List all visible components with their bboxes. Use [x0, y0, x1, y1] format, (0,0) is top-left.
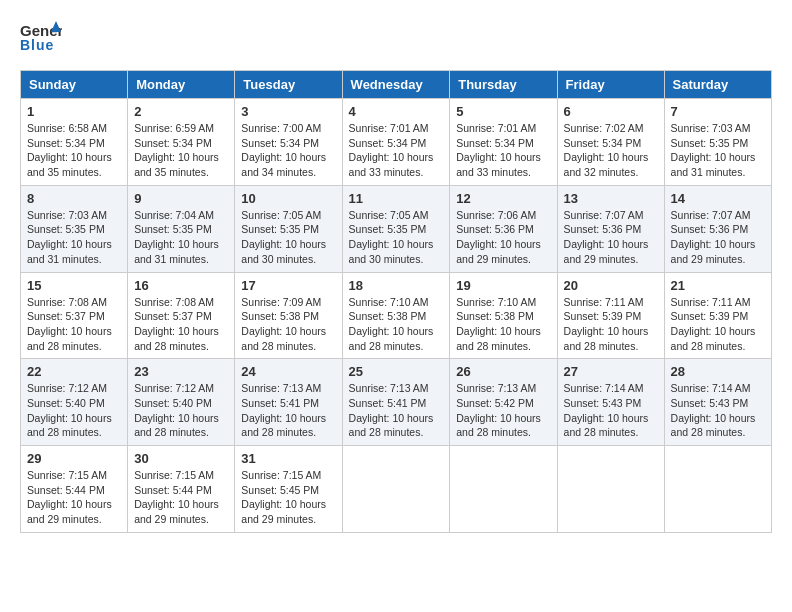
day-info: Sunrise: 7:06 AMSunset: 5:36 PMDaylight:…: [456, 208, 550, 267]
day-info: Sunrise: 7:15 AMSunset: 5:44 PMDaylight:…: [134, 468, 228, 527]
logo: General Blue: [20, 20, 66, 60]
day-info: Sunrise: 7:08 AMSunset: 5:37 PMDaylight:…: [134, 295, 228, 354]
day-info: Sunrise: 7:13 AMSunset: 5:42 PMDaylight:…: [456, 381, 550, 440]
svg-text:Blue: Blue: [20, 37, 54, 53]
day-number: 11: [349, 191, 444, 206]
day-number: 5: [456, 104, 550, 119]
calendar-cell: 6Sunrise: 7:02 AMSunset: 5:34 PMDaylight…: [557, 99, 664, 186]
day-number: 2: [134, 104, 228, 119]
calendar-cell: 21Sunrise: 7:11 AMSunset: 5:39 PMDayligh…: [664, 272, 771, 359]
calendar-cell: 23Sunrise: 7:12 AMSunset: 5:40 PMDayligh…: [128, 359, 235, 446]
day-number: 1: [27, 104, 121, 119]
day-number: 8: [27, 191, 121, 206]
day-info: Sunrise: 6:58 AMSunset: 5:34 PMDaylight:…: [27, 121, 121, 180]
day-info: Sunrise: 7:05 AMSunset: 5:35 PMDaylight:…: [349, 208, 444, 267]
calendar-cell: 18Sunrise: 7:10 AMSunset: 5:38 PMDayligh…: [342, 272, 450, 359]
day-number: 30: [134, 451, 228, 466]
day-info: Sunrise: 7:14 AMSunset: 5:43 PMDaylight:…: [564, 381, 658, 440]
calendar-cell: 15Sunrise: 7:08 AMSunset: 5:37 PMDayligh…: [21, 272, 128, 359]
day-info: Sunrise: 7:07 AMSunset: 5:36 PMDaylight:…: [671, 208, 765, 267]
calendar-cell: 20Sunrise: 7:11 AMSunset: 5:39 PMDayligh…: [557, 272, 664, 359]
calendar-cell: 16Sunrise: 7:08 AMSunset: 5:37 PMDayligh…: [128, 272, 235, 359]
day-info: Sunrise: 7:00 AMSunset: 5:34 PMDaylight:…: [241, 121, 335, 180]
day-info: Sunrise: 6:59 AMSunset: 5:34 PMDaylight:…: [134, 121, 228, 180]
column-header-friday: Friday: [557, 71, 664, 99]
day-info: Sunrise: 7:12 AMSunset: 5:40 PMDaylight:…: [27, 381, 121, 440]
day-info: Sunrise: 7:09 AMSunset: 5:38 PMDaylight:…: [241, 295, 335, 354]
day-number: 6: [564, 104, 658, 119]
page-header: General Blue: [20, 20, 772, 60]
logo-svg: General Blue: [20, 20, 62, 56]
day-number: 31: [241, 451, 335, 466]
day-number: 20: [564, 278, 658, 293]
day-number: 10: [241, 191, 335, 206]
calendar-cell: 1Sunrise: 6:58 AMSunset: 5:34 PMDaylight…: [21, 99, 128, 186]
column-header-saturday: Saturday: [664, 71, 771, 99]
calendar-cell: 10Sunrise: 7:05 AMSunset: 5:35 PMDayligh…: [235, 185, 342, 272]
day-number: 7: [671, 104, 765, 119]
calendar-cell: 4Sunrise: 7:01 AMSunset: 5:34 PMDaylight…: [342, 99, 450, 186]
calendar-cell: 8Sunrise: 7:03 AMSunset: 5:35 PMDaylight…: [21, 185, 128, 272]
day-info: Sunrise: 7:01 AMSunset: 5:34 PMDaylight:…: [456, 121, 550, 180]
column-header-tuesday: Tuesday: [235, 71, 342, 99]
calendar-cell: [664, 446, 771, 533]
calendar-cell: [557, 446, 664, 533]
calendar-cell: 11Sunrise: 7:05 AMSunset: 5:35 PMDayligh…: [342, 185, 450, 272]
day-info: Sunrise: 7:08 AMSunset: 5:37 PMDaylight:…: [27, 295, 121, 354]
calendar-cell: 31Sunrise: 7:15 AMSunset: 5:45 PMDayligh…: [235, 446, 342, 533]
column-header-thursday: Thursday: [450, 71, 557, 99]
day-info: Sunrise: 7:11 AMSunset: 5:39 PMDaylight:…: [671, 295, 765, 354]
calendar-cell: 19Sunrise: 7:10 AMSunset: 5:38 PMDayligh…: [450, 272, 557, 359]
column-header-wednesday: Wednesday: [342, 71, 450, 99]
calendar-table: SundayMondayTuesdayWednesdayThursdayFrid…: [20, 70, 772, 533]
calendar-cell: 2Sunrise: 6:59 AMSunset: 5:34 PMDaylight…: [128, 99, 235, 186]
day-number: 17: [241, 278, 335, 293]
day-info: Sunrise: 7:10 AMSunset: 5:38 PMDaylight:…: [349, 295, 444, 354]
column-header-monday: Monday: [128, 71, 235, 99]
calendar-cell: [450, 446, 557, 533]
calendar-cell: 26Sunrise: 7:13 AMSunset: 5:42 PMDayligh…: [450, 359, 557, 446]
day-info: Sunrise: 7:10 AMSunset: 5:38 PMDaylight:…: [456, 295, 550, 354]
day-number: 27: [564, 364, 658, 379]
calendar-cell: 24Sunrise: 7:13 AMSunset: 5:41 PMDayligh…: [235, 359, 342, 446]
day-number: 26: [456, 364, 550, 379]
calendar-cell: 5Sunrise: 7:01 AMSunset: 5:34 PMDaylight…: [450, 99, 557, 186]
calendar-cell: 12Sunrise: 7:06 AMSunset: 5:36 PMDayligh…: [450, 185, 557, 272]
calendar-cell: 7Sunrise: 7:03 AMSunset: 5:35 PMDaylight…: [664, 99, 771, 186]
day-number: 3: [241, 104, 335, 119]
day-number: 28: [671, 364, 765, 379]
calendar-cell: 28Sunrise: 7:14 AMSunset: 5:43 PMDayligh…: [664, 359, 771, 446]
column-header-sunday: Sunday: [21, 71, 128, 99]
day-number: 25: [349, 364, 444, 379]
calendar-cell: 25Sunrise: 7:13 AMSunset: 5:41 PMDayligh…: [342, 359, 450, 446]
day-number: 22: [27, 364, 121, 379]
day-info: Sunrise: 7:11 AMSunset: 5:39 PMDaylight:…: [564, 295, 658, 354]
calendar-cell: 30Sunrise: 7:15 AMSunset: 5:44 PMDayligh…: [128, 446, 235, 533]
day-info: Sunrise: 7:03 AMSunset: 5:35 PMDaylight:…: [27, 208, 121, 267]
calendar-cell: 17Sunrise: 7:09 AMSunset: 5:38 PMDayligh…: [235, 272, 342, 359]
day-number: 4: [349, 104, 444, 119]
day-number: 16: [134, 278, 228, 293]
calendar-cell: [342, 446, 450, 533]
day-info: Sunrise: 7:15 AMSunset: 5:44 PMDaylight:…: [27, 468, 121, 527]
calendar-cell: 3Sunrise: 7:00 AMSunset: 5:34 PMDaylight…: [235, 99, 342, 186]
day-info: Sunrise: 7:07 AMSunset: 5:36 PMDaylight:…: [564, 208, 658, 267]
day-info: Sunrise: 7:13 AMSunset: 5:41 PMDaylight:…: [349, 381, 444, 440]
day-number: 24: [241, 364, 335, 379]
day-number: 29: [27, 451, 121, 466]
day-info: Sunrise: 7:01 AMSunset: 5:34 PMDaylight:…: [349, 121, 444, 180]
day-number: 15: [27, 278, 121, 293]
calendar-cell: 9Sunrise: 7:04 AMSunset: 5:35 PMDaylight…: [128, 185, 235, 272]
day-info: Sunrise: 7:05 AMSunset: 5:35 PMDaylight:…: [241, 208, 335, 267]
day-info: Sunrise: 7:03 AMSunset: 5:35 PMDaylight:…: [671, 121, 765, 180]
day-info: Sunrise: 7:14 AMSunset: 5:43 PMDaylight:…: [671, 381, 765, 440]
calendar-cell: 22Sunrise: 7:12 AMSunset: 5:40 PMDayligh…: [21, 359, 128, 446]
day-number: 19: [456, 278, 550, 293]
calendar-cell: 27Sunrise: 7:14 AMSunset: 5:43 PMDayligh…: [557, 359, 664, 446]
day-number: 18: [349, 278, 444, 293]
day-number: 21: [671, 278, 765, 293]
day-number: 12: [456, 191, 550, 206]
day-info: Sunrise: 7:02 AMSunset: 5:34 PMDaylight:…: [564, 121, 658, 180]
day-info: Sunrise: 7:13 AMSunset: 5:41 PMDaylight:…: [241, 381, 335, 440]
calendar-cell: 29Sunrise: 7:15 AMSunset: 5:44 PMDayligh…: [21, 446, 128, 533]
